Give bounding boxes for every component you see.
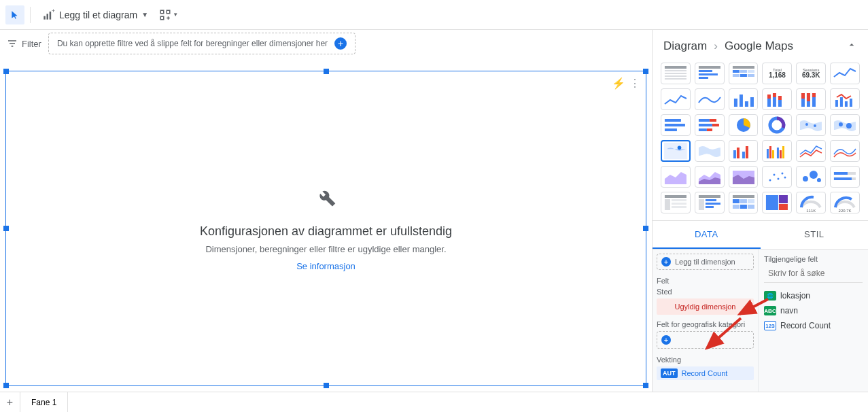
chart-type-line[interactable]: [661, 88, 691, 110]
svg-point-56: [839, 122, 843, 126]
svg-rect-69: [782, 146, 784, 158]
add-filter-icon[interactable]: +: [334, 37, 347, 50]
add-dimension-label: Legg til dimensjon: [675, 258, 735, 266]
svg-point-59: [678, 146, 682, 150]
add-chart-icon: +: [41, 8, 55, 22]
chart-type-area[interactable]: [661, 166, 691, 188]
chevron-right-icon: ›: [714, 39, 718, 53]
invalid-dimension-chip[interactable]: Ugyldig dimensjon: [657, 298, 754, 315]
field-record-count[interactable]: 123 Record Count: [764, 318, 863, 333]
chart-type-bubble[interactable]: [796, 166, 826, 188]
svg-rect-88: [699, 195, 721, 198]
error-title: Konfigurasjonen av diagrammet er ufullst…: [200, 224, 452, 239]
chart-type-donut[interactable]: [762, 114, 792, 136]
data-body: + Legg til dimensjon Felt Sted Ugyldig d…: [653, 250, 868, 392]
error-link[interactable]: Se informasjon: [296, 261, 355, 271]
text-icon: ABC: [764, 306, 776, 315]
chart-type-multi-line[interactable]: [796, 140, 826, 162]
chart-type-table-bars[interactable]: [695, 63, 725, 84]
chart-type-filled-map[interactable]: [695, 140, 725, 162]
filter-drop-zone[interactable]: Du kan opprette filtre ved å slippe felt…: [48, 33, 355, 54]
chart-actions: ⚡ ⋮: [612, 77, 640, 90]
svg-point-54: [805, 123, 808, 126]
resize-handle[interactable]: [3, 383, 9, 388]
resize-handle[interactable]: [324, 69, 329, 74]
field-search-input[interactable]: [768, 269, 868, 278]
chart-type-grid: Total1,168 Sessions69.3K: [653, 63, 868, 220]
chart-type-column[interactable]: [729, 88, 759, 110]
chart-type-geo-bubble[interactable]: [830, 114, 860, 136]
chart-type-table[interactable]: [661, 63, 691, 84]
selected-chart[interactable]: ⚡ ⋮ Konfigurasjonen av diagrammet er ufu…: [5, 71, 646, 386]
resize-handle[interactable]: [643, 69, 648, 74]
svg-rect-91: [706, 203, 721, 205]
svg-rect-94: [733, 199, 740, 203]
chart-type-gauge2[interactable]: 220.7K: [830, 192, 860, 213]
chart-type-bullet[interactable]: [830, 166, 860, 188]
chart-type-sparkline[interactable]: [830, 63, 860, 84]
chart-type-stacked-bar[interactable]: [695, 114, 725, 136]
svg-rect-30: [773, 93, 776, 97]
chart-type-grouped-column[interactable]: [729, 140, 759, 162]
quick-insight-icon[interactable]: ⚡: [612, 77, 625, 90]
add-page-button[interactable]: +: [0, 392, 20, 413]
chart-type-bar[interactable]: [661, 114, 691, 136]
svg-rect-6: [160, 16, 164, 20]
resize-handle[interactable]: [324, 383, 329, 388]
svg-rect-19: [748, 70, 754, 73]
svg-rect-15: [699, 77, 708, 79]
chart-type-table-heatmap[interactable]: [729, 63, 759, 84]
chart-type-pivot-bars[interactable]: [695, 192, 725, 213]
chart-type-100-area[interactable]: [729, 166, 759, 188]
add-dimension-drop[interactable]: + Legg til dimensjon: [657, 254, 754, 270]
metric-chip[interactable]: AUT Record Count: [657, 366, 754, 380]
svg-rect-42: [850, 99, 852, 107]
chart-type-pie[interactable]: [729, 114, 759, 136]
svg-rect-49: [712, 124, 719, 126]
chart-type-gauge[interactable]: 111K: [796, 192, 826, 213]
svg-rect-4: [160, 10, 164, 14]
chart-type-google-maps[interactable]: [661, 140, 691, 162]
chart-type-grouped-column2[interactable]: [762, 140, 792, 162]
chart-type-scorecard-compact[interactable]: Sessions69.3K: [796, 63, 826, 84]
chart-type-pivot-heat[interactable]: [729, 192, 759, 213]
wrench-icon: [315, 186, 337, 213]
chart-type-multi-smooth[interactable]: [830, 140, 860, 162]
field-navn[interactable]: ABC navn: [764, 303, 863, 318]
collapse-icon[interactable]: [846, 39, 857, 53]
resize-handle[interactable]: [643, 383, 648, 388]
chart-type-stacked-column[interactable]: [762, 88, 792, 110]
page-tab-1[interactable]: Fane 1: [20, 392, 68, 413]
svg-rect-58: [664, 143, 687, 159]
chart-type-geo-map[interactable]: [796, 114, 826, 136]
svg-rect-25: [745, 101, 748, 107]
community-viz-button[interactable]: ▼: [159, 5, 178, 24]
field-lokasjon[interactable]: 🌐 lokasjon: [764, 288, 863, 303]
resize-handle[interactable]: [3, 69, 9, 74]
field-search[interactable]: [764, 269, 863, 283]
chart-type-pivot[interactable]: [661, 192, 691, 213]
dropdown-caret-icon: ▼: [173, 12, 178, 18]
select-tool[interactable]: [5, 5, 24, 24]
svg-rect-66: [772, 150, 774, 158]
resize-handle[interactable]: [3, 226, 9, 231]
svg-rect-27: [767, 99, 771, 107]
chart-type-stacked-area[interactable]: [695, 166, 725, 188]
chart-type-100-column[interactable]: [796, 88, 826, 110]
chart-type-treemap[interactable]: [762, 192, 792, 213]
breadcrumb-root[interactable]: Diagram: [663, 39, 707, 53]
geo-field-drop[interactable]: +: [657, 331, 754, 349]
svg-rect-26: [750, 97, 754, 107]
data-config: + Legg til dimensjon Felt Sted Ugyldig d…: [653, 250, 759, 392]
svg-rect-99: [748, 205, 754, 209]
chart-type-scorecard[interactable]: Total1,168: [762, 63, 792, 84]
chart-type-combo[interactable]: [830, 88, 860, 110]
resize-handle[interactable]: [643, 226, 648, 231]
tab-style[interactable]: STIL: [761, 221, 869, 249]
tab-data[interactable]: DATA: [653, 221, 761, 249]
chart-menu-icon[interactable]: ⋮: [629, 77, 640, 90]
svg-rect-80: [834, 172, 848, 175]
chart-type-smooth-line[interactable]: [695, 88, 725, 110]
chart-type-scatter[interactable]: [762, 166, 792, 188]
add-chart-button[interactable]: + Legg til et diagram ▼: [36, 5, 154, 24]
